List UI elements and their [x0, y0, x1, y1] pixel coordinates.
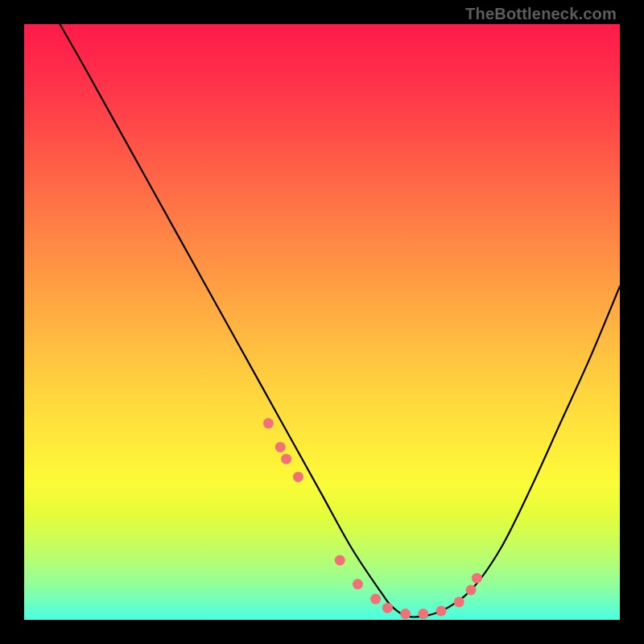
marker-dot — [436, 605, 447, 616]
marker-dot — [418, 609, 428, 619]
marker-group — [263, 418, 482, 619]
marker-dot — [382, 603, 393, 613]
chart-svg — [24, 24, 620, 620]
marker-dot — [400, 609, 411, 619]
marker-dot — [472, 573, 482, 584]
marker-dot — [275, 442, 286, 452]
marker-dot — [466, 585, 477, 596]
marker-dot — [454, 597, 464, 607]
chart-root: TheBottleneck.com — [0, 0, 644, 644]
watermark-text: TheBottleneck.com — [465, 5, 617, 23]
curve-path — [60, 24, 620, 617]
marker-dot — [335, 555, 345, 566]
marker-dot — [353, 579, 363, 589]
marker-dot — [293, 472, 303, 482]
marker-dot — [263, 418, 274, 428]
marker-dot — [281, 454, 291, 464]
marker-dot — [370, 594, 381, 605]
plot-area — [24, 24, 620, 620]
